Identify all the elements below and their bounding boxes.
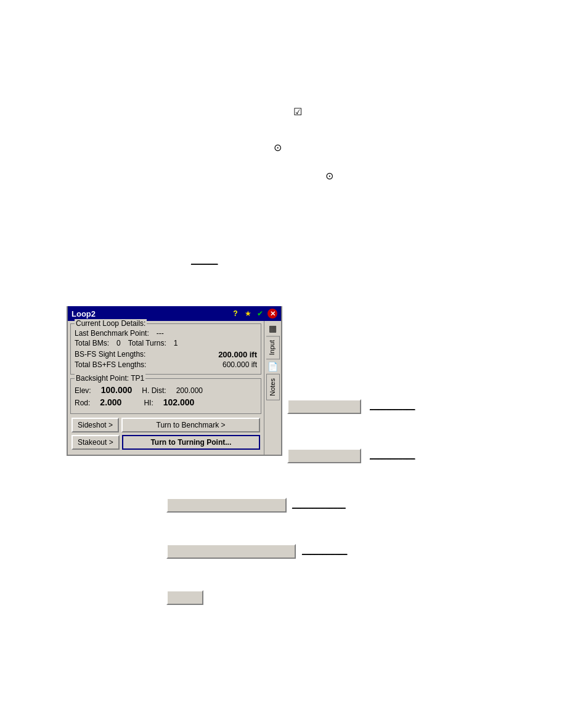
title-bar-icons: ? ★ ✔ ✕ (231, 309, 277, 319)
total-turns-label: Total Turns: (128, 339, 166, 347)
underline-element-415: ______ (191, 256, 218, 265)
star-icon[interactable]: ★ (243, 309, 253, 319)
h-dist-value: 200.000 (176, 386, 203, 395)
tab-icon-bottom[interactable]: 📄 (267, 362, 278, 371)
hi-value: 102.000 (163, 397, 195, 407)
button-row-2: Stakeout > Turn to Turning Point... (70, 435, 261, 450)
underline-740: ___________ (370, 451, 415, 460)
loop2-dialog: Loop2 ? ★ ✔ ✕ Current Loop Details: Last… (67, 306, 282, 456)
scattered-box-740 (287, 448, 361, 463)
last-benchmark-label: Last Benchmark Point: (75, 329, 149, 338)
button-row-1: Sideshot > Turn to Benchmark > (70, 418, 261, 432)
close-icon[interactable]: ✕ (267, 309, 277, 319)
checkbox-icon[interactable]: ☑ (293, 107, 302, 117)
turn-to-benchmark-button[interactable]: Turn to Benchmark > (121, 418, 260, 432)
tab-input[interactable]: Input (266, 336, 280, 359)
dialog-content: Current Loop Details: Last Benchmark Poi… (68, 321, 281, 455)
sideshot-button[interactable]: Sideshot > (71, 418, 119, 432)
total-bms-label: Total BMs: (75, 339, 109, 347)
rod-label: Rod: (75, 399, 90, 407)
dialog-left-panel: Current Loop Details: Last Benchmark Poi… (68, 321, 264, 455)
current-loop-group: Current Loop Details: Last Benchmark Poi… (70, 323, 261, 375)
scattered-box-895 (166, 544, 296, 559)
check-icon[interactable]: ✔ (255, 309, 265, 319)
bs-fs-value: 200.000 ift (218, 350, 257, 359)
total-bs-fs-value: 600.000 ift (223, 360, 257, 369)
scattered-box-660 (287, 399, 361, 414)
help-icon[interactable]: ? (231, 309, 240, 319)
radio-icon-2[interactable]: ⊙ (325, 171, 333, 181)
scattered-box-970 (166, 590, 203, 605)
turn-to-turning-point-button[interactable]: Turn to Turning Point... (122, 435, 260, 450)
dialog-title: Loop2 (71, 309, 96, 319)
underline-820: _____________ (292, 500, 346, 509)
total-bms-value: 0 (116, 339, 121, 347)
scattered-box-820 (166, 498, 287, 513)
elev-label: Elev: (75, 386, 91, 395)
rod-value: 2.000 (100, 397, 121, 407)
total-turns-value: 1 (174, 339, 178, 347)
bs-fs-label: BS-FS Sight Lengths: (75, 350, 145, 359)
total-bs-fs-label: Total BS+FS Lengths: (75, 360, 146, 369)
backsight-group-label: Backsight Point: TP1 (75, 374, 145, 383)
tab-icon-top[interactable]: ▦ (269, 323, 277, 333)
elev-value: 100.000 (101, 385, 133, 395)
tab-notes[interactable]: Notes (266, 374, 280, 400)
h-dist-label: H. Dist: (142, 386, 166, 395)
current-loop-label: Current Loop Details: (75, 319, 147, 328)
stakeout-button[interactable]: Stakeout > (71, 435, 120, 450)
dialog-right-panel: ▦ Input 📄 Notes (264, 321, 281, 455)
radio-button-2[interactable]: ⊙ (325, 170, 333, 182)
hi-label: HI: (144, 399, 153, 407)
radio-button-1[interactable]: ⊙ (274, 142, 282, 153)
last-benchmark-value: --- (157, 329, 164, 338)
underline-660: ___________ (370, 402, 415, 410)
radio-icon-1[interactable]: ⊙ (274, 142, 282, 153)
underline-895: ___________ (302, 546, 347, 555)
checkbox-area[interactable]: ☑ (293, 106, 302, 118)
backsight-group: Backsight Point: TP1 Elev: 100.000 H. Di… (70, 378, 261, 414)
